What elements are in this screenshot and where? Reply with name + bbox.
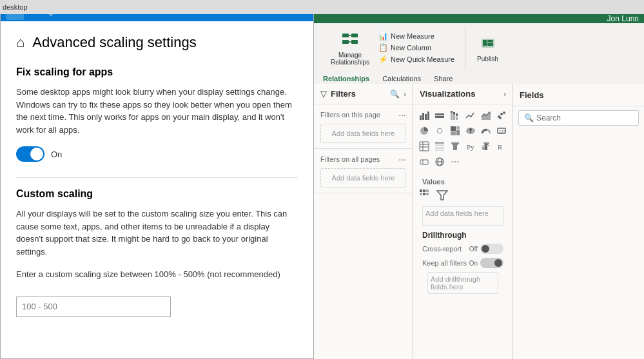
filter-all-pages-add[interactable]: Add data fields here xyxy=(320,168,406,188)
svg-rect-0 xyxy=(342,34,349,37)
values-label: Values xyxy=(417,175,509,187)
ribbon-body: ManageRelationships 📊 New Measure 📋 New … xyxy=(314,23,644,72)
viz-gauge-icon[interactable] xyxy=(479,124,493,138)
keep-filters-toggle[interactable] xyxy=(480,258,503,268)
viz-icons-grid: 123 Py R xyxy=(413,104,512,173)
viz-funnel-icon[interactable] xyxy=(448,139,462,153)
values-drop-area[interactable]: Add data fields here xyxy=(422,206,503,226)
filter-all-pages-section: Filters on all pages ··· Add data fields… xyxy=(314,149,413,193)
manage-relationships-button[interactable]: ManageRelationships xyxy=(327,28,373,67)
drillthrough-drop-area[interactable]: Add drillthrough fields here xyxy=(427,272,498,294)
custom-scaling-input[interactable] xyxy=(16,296,171,317)
filters-title: Filters xyxy=(331,89,356,99)
fix-scaling-description: Some desktop apps might look blurry when… xyxy=(16,86,298,136)
fields-search-box[interactable]: 🔍 xyxy=(518,110,639,126)
cross-report-label: Cross-report xyxy=(422,245,462,253)
svg-text:Py: Py xyxy=(467,143,474,151)
viz-python-icon[interactable]: Py xyxy=(463,139,478,153)
svg-rect-9 xyxy=(487,40,493,42)
drillthrough-title: Drillthrough xyxy=(422,231,503,240)
filter-all-pages-label: Filters on all pages xyxy=(320,155,380,163)
svg-rect-17 xyxy=(451,111,453,113)
new-measure-label: New Measure xyxy=(391,32,434,40)
svg-rect-58 xyxy=(420,189,422,192)
viz-header: Visualizations › xyxy=(413,84,512,104)
filter-this-page-add[interactable]: Add data fields here xyxy=(320,124,406,143)
cross-report-value: Off xyxy=(469,246,478,253)
new-quick-measure-button[interactable]: ⚡ New Quick Measure xyxy=(376,54,457,64)
page-title: Advanced scaling settings xyxy=(32,34,196,51)
svg-rect-53 xyxy=(420,160,428,164)
publish-label: Publish xyxy=(477,55,498,63)
viz-line-icon[interactable] xyxy=(463,108,478,122)
viz-map-icon[interactable] xyxy=(463,124,478,138)
svg-point-29 xyxy=(438,129,442,133)
filter-expand-icon[interactable]: › xyxy=(404,90,406,99)
viz-stacked-icon[interactable] xyxy=(448,108,462,122)
fields-search-icon: 🔍 xyxy=(524,113,534,122)
manage-relationships-label: ManageRelationships xyxy=(331,52,369,66)
viz-area-icon[interactable] xyxy=(479,108,493,122)
filter-this-page-dots[interactable]: ··· xyxy=(398,110,406,120)
svg-rect-19 xyxy=(453,112,455,115)
viz-matrix-icon[interactable] xyxy=(433,139,447,153)
publish-button[interactable]: Publish xyxy=(473,32,502,64)
viz-pie-icon[interactable] xyxy=(417,124,431,138)
cross-report-row: Cross-report Off xyxy=(422,244,503,254)
ribbon-group-relationships: ManageRelationships 📊 New Measure 📋 New … xyxy=(319,26,465,70)
new-quick-measure-label: New Quick Measure xyxy=(391,55,454,63)
keep-all-filters-row: Keep all filters On xyxy=(422,258,503,268)
viz-table-icon[interactable] xyxy=(417,139,431,153)
new-measure-button[interactable]: 📊 New Measure xyxy=(376,31,457,41)
viz-more-icon[interactable]: ··· xyxy=(448,155,462,169)
svg-rect-13 xyxy=(427,112,429,120)
viz-kpi-icon[interactable] xyxy=(479,139,493,153)
viz-scatter-icon[interactable] xyxy=(494,108,509,122)
viz-bar-icon[interactable] xyxy=(417,108,431,122)
viz-r-icon[interactable]: R xyxy=(494,139,509,153)
fields-title: Fields xyxy=(520,90,544,100)
filter-search-icon[interactable]: 🔍 xyxy=(390,90,400,99)
svg-point-25 xyxy=(503,112,505,114)
viz-treemap-icon[interactable] xyxy=(448,124,462,138)
svg-rect-60 xyxy=(426,189,429,192)
svg-rect-31 xyxy=(456,126,460,130)
svg-marker-64 xyxy=(437,191,447,200)
viz-donut-icon[interactable] xyxy=(433,124,447,138)
svg-rect-49 xyxy=(482,146,485,150)
svg-rect-45 xyxy=(435,147,444,149)
filter-all-pages-header: Filters on all pages ··· xyxy=(320,154,406,164)
svg-rect-44 xyxy=(435,144,444,146)
keep-filters-label: Keep all filters xyxy=(422,259,467,267)
svg-rect-30 xyxy=(451,126,456,131)
toggle-row: On xyxy=(16,146,298,162)
new-column-button[interactable]: 📋 New Column xyxy=(376,43,457,53)
values-filter-icon[interactable] xyxy=(435,188,449,202)
svg-rect-21 xyxy=(456,113,458,116)
filter-all-pages-dots[interactable]: ··· xyxy=(398,154,406,164)
viz-zoom-icon[interactable] xyxy=(417,155,431,169)
cross-report-toggle[interactable] xyxy=(480,244,503,254)
values-grid-icon[interactable] xyxy=(418,188,433,202)
viz-column-icon[interactable] xyxy=(433,108,447,122)
main-area: ▽ Filters 🔍 › Filters on this page ··· A… xyxy=(314,84,644,359)
svg-rect-11 xyxy=(422,113,424,120)
filter-icon: ▽ xyxy=(320,89,327,99)
filter-panel-icons: 🔍 › xyxy=(390,90,406,99)
viz-globe-icon[interactable] xyxy=(433,155,447,169)
svg-rect-15 xyxy=(435,116,444,118)
fields-search-input[interactable] xyxy=(536,113,633,122)
toggle-on-label: On xyxy=(51,150,62,159)
taskbar: desktop xyxy=(0,0,644,14)
custom-scaling-description: All your displays will be set to the cus… xyxy=(16,208,298,258)
svg-rect-62 xyxy=(423,193,425,195)
viz-expand-icon[interactable]: › xyxy=(503,90,506,99)
fix-scaling-toggle[interactable] xyxy=(16,146,44,162)
filter-this-page-header: Filters on this page ··· xyxy=(320,110,406,120)
viz-card-icon[interactable]: 123 xyxy=(494,124,509,138)
new-measure-icon: 📊 xyxy=(378,32,388,41)
settings-content: ⌂ Advanced scaling settings Fix scaling … xyxy=(1,21,313,358)
home-icon: ⌂ xyxy=(16,34,24,51)
publish-icon xyxy=(479,34,497,55)
svg-point-26 xyxy=(499,117,502,119)
